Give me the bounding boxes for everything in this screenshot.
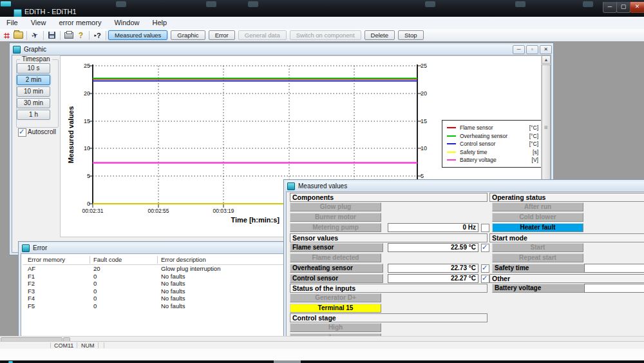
menu-window[interactable]: Window: [108, 17, 146, 29]
save-icon[interactable]: [46, 30, 57, 40]
status-bar: COM11 NUM: [0, 341, 644, 349]
cold-blower-button[interactable]: Cold blower: [492, 213, 583, 222]
num-lock-status: NUM: [81, 342, 95, 349]
menu-bar: File View error memory Window Help: [0, 17, 644, 30]
flame-sensor-value: 22.59 °C: [388, 243, 478, 252]
metering-pump-checkbox[interactable]: [481, 224, 489, 232]
repeat-start-button[interactable]: Repeat start: [492, 253, 583, 262]
svg-text:5: 5: [87, 173, 90, 179]
graphic-maximize-button[interactable]: ▫: [526, 45, 538, 54]
low-button[interactable]: Low: [290, 333, 381, 336]
toolbar-button-stop[interactable]: Stop: [398, 30, 424, 40]
menu-error-memory[interactable]: error memory: [52, 17, 108, 29]
window-title: EDiTH - EDiTH1: [24, 8, 77, 15]
minimize-button[interactable]: ─: [603, 2, 617, 13]
heater-fault-button[interactable]: Heater fault: [492, 223, 583, 232]
print-icon[interactable]: [63, 30, 74, 40]
autoscroll-checkbox[interactable]: [18, 128, 26, 137]
toolbar-button-graphic[interactable]: Graphic: [171, 30, 205, 40]
toolbar: ‡‡ ✈ ? ? Measured values Graphic Error G…: [0, 29, 644, 42]
menu-view[interactable]: View: [24, 17, 53, 29]
plug-icon[interactable]: ✈: [30, 30, 41, 40]
scroll-up-arrow[interactable]: ▲: [542, 55, 551, 64]
graphic-window-title-bar[interactable]: Graphic ─ ▫ ✕: [11, 44, 552, 54]
control-sensor-value: 22.27 °C: [388, 274, 478, 283]
measured-values-window: Measured values Components Glow plug Bur…: [283, 179, 644, 336]
svg-text:0: 0: [87, 201, 90, 207]
menu-file[interactable]: File: [0, 17, 24, 29]
open-folder-icon[interactable]: [13, 30, 24, 40]
col-error-description: Error description: [161, 256, 206, 263]
glow-plug-button[interactable]: Glow plug: [290, 202, 381, 211]
legend-item-safety-time: Safety time [s]: [447, 148, 538, 157]
toolbar-button-error[interactable]: Error: [209, 30, 235, 40]
measured-values-window-icon: [287, 182, 295, 190]
burner-motor-button[interactable]: Burner motor: [290, 213, 381, 222]
app-title-bar: EDiTH - EDiTH1 ─ ▢ ✕: [0, 0, 644, 17]
svg-text:00:02:55: 00:02:55: [147, 208, 169, 214]
start-button[interactable]: Start: [492, 243, 583, 252]
components-header: Components: [290, 193, 488, 202]
scrollbar-thumb[interactable]: [542, 64, 551, 193]
other-header: Other: [489, 274, 644, 283]
toolbar-button-general-data[interactable]: General data: [238, 30, 287, 40]
battery-voltage-value: [584, 284, 644, 293]
timespan-10min-button[interactable]: 10 min: [17, 86, 50, 97]
timespan-2min-button[interactable]: 2 min: [17, 75, 50, 85]
menu-help[interactable]: Help: [146, 17, 174, 29]
svg-text:5: 5: [421, 173, 424, 179]
graphic-window-icon: [13, 46, 21, 54]
svg-text:10: 10: [421, 145, 427, 152]
measured-values-window-title: Measured values: [298, 182, 347, 190]
high-button[interactable]: High: [290, 323, 381, 332]
help-icon[interactable]: ?: [75, 30, 86, 40]
generator-d-plus-button[interactable]: Generator D+: [290, 293, 381, 302]
svg-text:25: 25: [84, 63, 90, 69]
safety-time-swatch: [447, 152, 456, 153]
col-error-memory: Error memory: [28, 256, 65, 263]
start-mode-header: Start mode: [489, 233, 644, 242]
graphic-minimize-button[interactable]: ─: [513, 45, 525, 54]
col-fault-code: Fault code: [93, 256, 122, 263]
close-button[interactable]: ✕: [630, 2, 644, 13]
flame-sensor-button[interactable]: Flame sensor: [290, 243, 383, 252]
timespan-10s-button[interactable]: 10 s: [17, 63, 50, 74]
x-axis-title: Time [h:min:s]: [231, 216, 279, 224]
toolbar-button-measured-values[interactable]: Measured values: [108, 30, 167, 40]
overheating-sensor-button[interactable]: Overheating sensor: [290, 264, 383, 273]
error-window-title: Error: [33, 244, 47, 251]
control-sensor-swatch: [447, 143, 456, 144]
svg-text:15: 15: [421, 118, 427, 124]
after-run-button[interactable]: After run: [492, 202, 583, 211]
timespan-label: Timespan: [20, 55, 52, 63]
battery-voltage-button[interactable]: Battery voltage: [492, 284, 585, 293]
metering-pump-button[interactable]: Metering pump: [290, 223, 381, 232]
safety-time-button[interactable]: Safety time: [492, 264, 585, 273]
measured-values-title-bar[interactable]: Measured values: [285, 181, 644, 191]
desktop-strip: [0, 349, 644, 360]
control-sensor-checkbox[interactable]: [481, 275, 489, 283]
control-sensor-button[interactable]: Control sensor: [290, 274, 383, 283]
toolbar-button-delete[interactable]: Delete: [365, 30, 395, 40]
app-window: EDiTH - EDiTH1 ─ ▢ ✕ File View error mem…: [0, 0, 644, 349]
svg-text:20: 20: [421, 90, 427, 97]
overheating-sensor-value: 22.73 °C: [388, 264, 478, 273]
toolbar-button-switch-on-component[interactable]: Switch on component: [290, 30, 361, 40]
flame-detected-button[interactable]: Flame detected: [290, 253, 381, 262]
context-help-icon[interactable]: ?: [92, 30, 103, 40]
control-stage-header: Control stage: [290, 313, 488, 322]
timespan-1h-button[interactable]: 1 h: [17, 110, 50, 120]
legend-item-overheating-sensor: Overheating sensor [°C]: [447, 132, 538, 141]
legend-item-battery-voltage: Battery voltage [V]: [447, 156, 538, 164]
terminal-15-button[interactable]: Terminal 15: [290, 304, 381, 313]
svg-text:00:02:31: 00:02:31: [82, 208, 103, 214]
autoscroll-label: Autoscroll: [28, 128, 56, 135]
flame-sensor-checkbox[interactable]: [481, 244, 489, 252]
timespan-30min-button[interactable]: 30 min: [17, 98, 50, 108]
overheating-sensor-checkbox[interactable]: [481, 264, 489, 273]
connect-icon[interactable]: ‡‡: [1, 30, 12, 40]
status-of-inputs-header: Status of the inputs: [290, 284, 488, 293]
graphic-close-button[interactable]: ✕: [540, 45, 552, 54]
maximize-button[interactable]: ▢: [616, 2, 630, 13]
svg-text:15: 15: [84, 118, 90, 124]
